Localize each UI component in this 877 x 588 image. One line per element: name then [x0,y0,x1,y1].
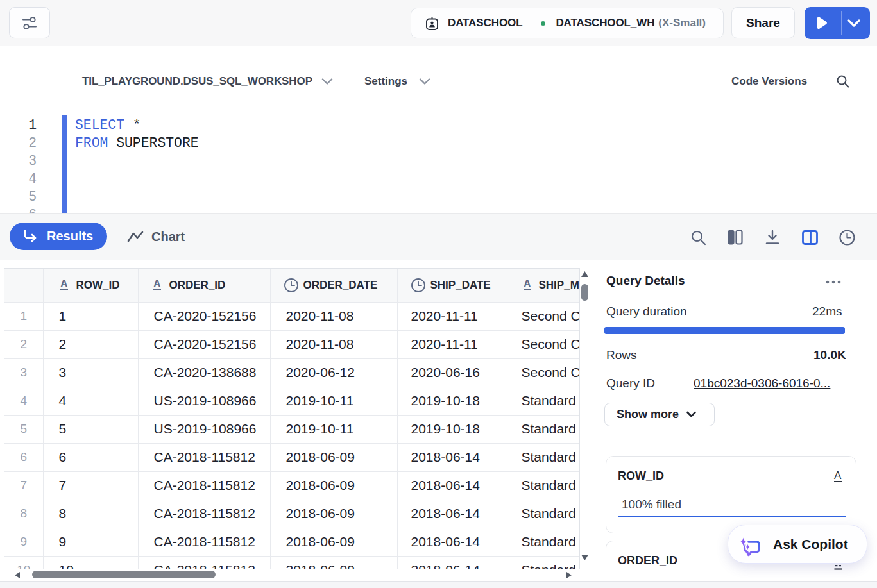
svg-text:A: A [834,470,842,482]
svg-text:A: A [524,279,531,289]
svg-text:A: A [60,279,68,289]
svg-text:A: A [153,279,161,289]
